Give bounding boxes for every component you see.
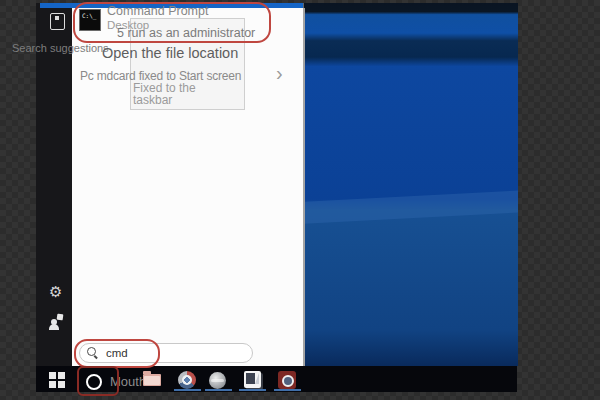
search-flyout-sidebar — [36, 3, 72, 366]
person-body-shape — [49, 324, 59, 330]
menu-item-open-file-location[interactable]: Open the file location — [102, 45, 238, 61]
running-indicator — [274, 389, 301, 391]
tutorial-screenshot-canvas: ⚙ C:\_ Command Prompt Desktop 5 run as a… — [0, 0, 600, 400]
speech-bubble-shape — [57, 314, 64, 321]
annotation-cortana-highlight — [77, 366, 119, 396]
running-indicator — [205, 389, 232, 391]
wallpaper-light-beam — [303, 190, 518, 225]
photos-app-icon[interactable] — [244, 371, 261, 388]
running-indicator — [239, 389, 266, 391]
edge-sphere-icon[interactable] — [209, 372, 226, 389]
feedback-people-icon[interactable] — [50, 313, 64, 329]
browser-icon[interactable] — [178, 371, 196, 389]
menu-item-pin-to-taskbar[interactable]: Fixed to the taskbar — [133, 83, 207, 106]
annotation-result-highlight — [73, 2, 271, 43]
running-indicator — [174, 389, 201, 391]
start-button-icon[interactable] — [49, 372, 65, 388]
settings-gear-icon[interactable]: ⚙ — [49, 284, 62, 299]
annotation-search-highlight — [74, 339, 160, 368]
search-suggestions-label: Search suggestions — [12, 42, 109, 54]
document-icon[interactable] — [50, 13, 65, 30]
desktop-wallpaper — [303, 3, 518, 366]
win-logo-square — [49, 381, 56, 388]
chevron-right-icon[interactable]: › — [276, 62, 283, 85]
win-logo-square — [58, 381, 65, 388]
win-logo-square — [49, 372, 56, 379]
file-explorer-icon[interactable] — [143, 374, 161, 386]
red-app-icon[interactable] — [278, 371, 296, 389]
win-logo-square — [58, 372, 65, 379]
